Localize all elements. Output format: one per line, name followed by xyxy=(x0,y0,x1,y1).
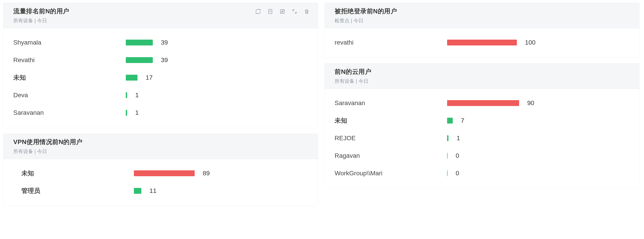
card-title: 流量排名前N的用户 xyxy=(13,7,69,16)
chart-body: 未知89管理员11 xyxy=(4,159,318,206)
card-header: 流量排名前N的用户 所有设备 | 今日 xyxy=(4,3,318,28)
bar xyxy=(126,40,153,46)
chart-row: Deva1 xyxy=(13,86,308,104)
row-bar: 39 xyxy=(126,39,308,46)
chart-body: Saravanan90未知7REJOE1Ragavan0WorkGroup\\M… xyxy=(325,89,639,188)
bar xyxy=(447,100,519,106)
chart-row: Saravanan90 xyxy=(334,94,629,112)
chart-row: Ragavan0 xyxy=(334,147,629,164)
chart-row: 未知17 xyxy=(13,69,308,86)
row-label: Shyamala xyxy=(13,39,126,46)
row-value: 17 xyxy=(146,74,152,81)
refresh-icon[interactable] xyxy=(255,8,261,15)
card-subtitle: 所有设备 | 今日 xyxy=(334,78,371,84)
row-value: 7 xyxy=(461,117,464,124)
row-label: Revathi xyxy=(13,56,126,64)
card-title: VPN使用情况前N的用户 xyxy=(13,138,82,146)
bar xyxy=(447,135,448,141)
card-title: 前N的云用户 xyxy=(334,68,371,76)
bar xyxy=(126,110,127,116)
card-title: 被拒绝登录前N的用户 xyxy=(334,7,397,16)
row-bar: 0 xyxy=(447,170,629,177)
row-value: 0 xyxy=(456,170,459,177)
chart-row: 未知7 xyxy=(334,112,629,130)
bar xyxy=(447,170,448,176)
bar xyxy=(126,92,127,98)
edit-icon[interactable] xyxy=(279,8,286,15)
export-icon[interactable] xyxy=(267,8,274,15)
card-subtitle: 所有设备 | 今日 xyxy=(13,148,82,155)
card-denied-login-top-n: 被拒绝登录前N的用户 检查点 | 今日 revathi100 xyxy=(324,3,640,58)
card-subtitle: 检查点 | 今日 xyxy=(334,17,397,24)
chart-row: Revathi39 xyxy=(13,51,308,69)
row-label: Deva xyxy=(13,92,126,99)
card-cloud-top-n: 前N的云用户 所有设备 | 今日 Saravanan90未知7REJOE1Rag… xyxy=(324,63,640,188)
card-traffic-top-n: 流量排名前N的用户 所有设备 | 今日 xyxy=(3,3,318,128)
row-label: REJOE xyxy=(334,134,447,142)
card-subtitle: 所有设备 | 今日 xyxy=(13,17,69,24)
card-header: VPN使用情况前N的用户 所有设备 | 今日 xyxy=(4,134,318,159)
row-bar: 1 xyxy=(126,92,308,99)
bar xyxy=(126,75,138,80)
row-label: revathi xyxy=(334,39,447,46)
bar xyxy=(447,118,453,124)
row-label: 未知 xyxy=(13,73,126,82)
chart-row: Shyamala39 xyxy=(13,34,308,51)
row-bar: 11 xyxy=(134,187,308,194)
chart-row: 管理员11 xyxy=(13,182,308,200)
row-bar: 89 xyxy=(134,170,308,177)
bar xyxy=(134,188,141,194)
row-label: 未知 xyxy=(334,116,447,125)
row-label: Ragavan xyxy=(334,152,447,159)
card-header: 被拒绝登录前N的用户 检查点 | 今日 xyxy=(325,3,639,28)
delete-icon[interactable] xyxy=(304,8,310,15)
row-value: 39 xyxy=(161,56,168,64)
bar xyxy=(134,170,195,176)
card-toolbar xyxy=(255,7,310,15)
row-bar: 17 xyxy=(126,74,308,81)
chart-row: Saravanan1 xyxy=(13,104,308,122)
row-value: 90 xyxy=(527,100,534,107)
row-value: 1 xyxy=(135,109,139,116)
row-bar: 1 xyxy=(126,109,308,116)
row-bar: 0 xyxy=(447,152,629,159)
card-vpn-top-n: VPN使用情况前N的用户 所有设备 | 今日 未知89管理员11 xyxy=(3,134,318,206)
row-label: Saravanan xyxy=(334,100,447,107)
chart-row: REJOE1 xyxy=(334,130,629,147)
row-bar: 39 xyxy=(126,56,308,64)
row-value: 89 xyxy=(203,170,210,177)
row-value: 1 xyxy=(456,134,460,142)
row-value: 11 xyxy=(150,187,156,194)
chart-body: Shyamala39Revathi39未知17Deva1Saravanan1 xyxy=(4,28,318,128)
expand-icon[interactable] xyxy=(292,8,298,15)
row-label: 管理员 xyxy=(13,186,134,195)
row-bar: 100 xyxy=(447,39,629,46)
bar xyxy=(126,57,153,63)
row-label: WorkGroup\\Mari xyxy=(334,170,447,177)
card-header: 前N的云用户 所有设备 | 今日 xyxy=(325,64,639,89)
chart-row: 未知89 xyxy=(13,164,308,182)
row-bar: 1 xyxy=(447,134,629,142)
chart-row: revathi100 xyxy=(334,34,629,51)
bar xyxy=(447,40,517,46)
row-value: 1 xyxy=(135,92,139,99)
row-label: 未知 xyxy=(13,169,134,178)
row-value: 39 xyxy=(161,39,168,46)
chart-body: revathi100 xyxy=(325,28,639,58)
svg-rect-1 xyxy=(280,10,284,13)
chart-row: WorkGroup\\Mari0 xyxy=(334,164,629,182)
row-bar: 90 xyxy=(447,100,629,107)
row-bar: 7 xyxy=(447,117,629,124)
row-value: 100 xyxy=(525,39,536,46)
bar xyxy=(447,153,448,159)
row-value: 0 xyxy=(456,152,459,159)
row-label: Saravanan xyxy=(13,109,126,116)
